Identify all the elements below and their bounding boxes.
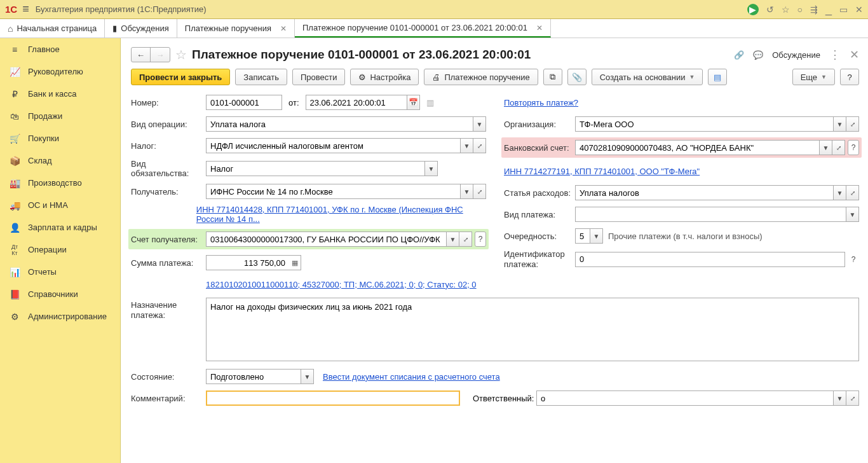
responsible-input[interactable]: о <box>536 390 834 406</box>
help-icon[interactable]: ? <box>475 232 486 247</box>
dropdown-icon[interactable]: ▼ <box>834 390 846 406</box>
dropdown-icon[interactable]: ▼ <box>590 228 603 244</box>
dropdown-icon[interactable]: ▼ <box>820 140 832 155</box>
doc-status-icon[interactable]: ▥ <box>426 98 434 107</box>
recipient-account-input[interactable]: 03100643000000017300, ГУ БАНКА РОССИИ ПО… <box>206 232 447 247</box>
sidebar-item-assets[interactable]: 🚚ОС и НМА <box>0 194 120 216</box>
sidebar-item-main[interactable]: ≡Главное <box>0 38 120 60</box>
struct-button[interactable]: ⧉ <box>543 69 562 85</box>
post-close-button[interactable]: Провести и закрыть <box>131 69 230 85</box>
dropdown-icon[interactable]: ▼ <box>834 116 846 132</box>
discuss-icon[interactable]: 💬 <box>753 50 763 60</box>
history-icon[interactable]: ↺ <box>766 4 774 15</box>
sidebar-item-sales[interactable]: 🛍Продажи <box>0 105 120 127</box>
help-button[interactable]: ? <box>840 69 859 85</box>
dropdown-icon[interactable]: ▼ <box>834 185 846 200</box>
attach-button[interactable]: 📎 <box>567 69 587 85</box>
dropdown-icon[interactable]: ▼ <box>473 116 486 132</box>
sidebar-item-catalogs[interactable]: 📕Справочники <box>0 283 120 305</box>
open-ref-icon[interactable]: ⤢ <box>846 185 859 200</box>
sidebar-item-operations[interactable]: ДтКтОперации <box>0 238 120 261</box>
open-ref-icon[interactable]: ⤢ <box>846 390 859 406</box>
dropdown-icon[interactable]: ▼ <box>447 232 459 247</box>
close-icon[interactable]: ✕ <box>536 24 543 32</box>
calculator-icon[interactable]: ▦ <box>292 259 298 267</box>
org-label: Организация: <box>504 120 575 129</box>
sidebar-item-warehouse[interactable]: 📦Склад <box>0 149 120 172</box>
comment-input[interactable] <box>206 390 460 406</box>
create-based-button[interactable]: Создать на основании▼ <box>592 69 703 85</box>
link-icon[interactable]: 🔗 <box>734 50 744 60</box>
back-button[interactable]: ← <box>132 48 151 62</box>
post-button[interactable]: Провести <box>292 69 346 85</box>
write-button[interactable]: Записать <box>235 69 287 85</box>
state-input[interactable]: Подготовлено <box>206 369 301 384</box>
dropdown-icon[interactable]: ▼ <box>425 161 438 176</box>
open-ref-icon[interactable]: ⤢ <box>846 116 859 132</box>
repeat-payment-link[interactable]: Повторять платеж? <box>504 98 578 107</box>
bank-account-input[interactable]: 40702810909000070483, АО "НОРДЕА БАНК" <box>575 140 820 155</box>
maximize-icon[interactable]: ▭ <box>839 4 848 15</box>
open-ref-icon[interactable]: ⤢ <box>459 232 472 247</box>
sidebar-item-manager[interactable]: 📈Руководителю <box>0 60 120 83</box>
date-input[interactable]: 23.06.2021 20:00:01 <box>306 95 407 110</box>
help-icon[interactable]: ? <box>848 252 859 267</box>
purpose-textarea[interactable] <box>206 298 859 361</box>
tab-payment-orders[interactable]: Платежные поручения ✕ <box>177 19 295 38</box>
tab-home[interactable]: ⌂ Начальная страница <box>0 19 105 38</box>
sidebar-item-production[interactable]: 🏭Производство <box>0 172 120 194</box>
services-icon[interactable]: ○ <box>797 4 803 15</box>
sidebar-item-reports[interactable]: 📊Отчеты <box>0 261 120 283</box>
favorite-icon[interactable]: ☆ <box>782 4 790 15</box>
kbk-link[interactable]: 18210102010011000110; 45327000; ТП; МС.0… <box>206 280 477 289</box>
oblig-input[interactable]: Налог <box>206 161 425 176</box>
dropdown-icon[interactable]: ▼ <box>461 138 473 153</box>
open-ref-icon[interactable]: ⤢ <box>832 140 845 155</box>
dropdown-icon[interactable]: ▼ <box>461 184 473 199</box>
sidebar-item-admin[interactable]: ⚙Администрирование <box>0 305 120 328</box>
truck-icon: 🚚 <box>9 200 20 211</box>
identifier-input[interactable]: 0 <box>575 252 845 267</box>
forward-button[interactable]: → <box>151 48 170 62</box>
filter-icon[interactable]: ⇶ <box>810 4 818 15</box>
list-button[interactable]: ▤ <box>708 69 727 85</box>
open-ref-icon[interactable]: ⤢ <box>473 138 486 153</box>
enter-writeoff-link[interactable]: Ввести документ списания с расчетного сч… <box>323 372 500 382</box>
expense-item-input[interactable]: Уплата налогов <box>575 185 834 200</box>
favorite-star-icon[interactable]: ☆ <box>175 47 187 62</box>
recipient-details-link[interactable]: ИНН 7714014428, КПП 771401001, УФК по г.… <box>196 205 486 224</box>
organization-input[interactable]: ТФ-Мега ООО <box>575 116 834 132</box>
dropdown-icon[interactable]: ▼ <box>301 369 314 384</box>
print-button[interactable]: 🖨Платежное поручение <box>424 69 538 85</box>
open-ref-icon[interactable]: ⤢ <box>473 184 486 199</box>
priority-input[interactable]: 5 <box>575 228 590 244</box>
close-form-icon[interactable]: ✕ <box>850 48 859 62</box>
more-button[interactable]: Еще▼ <box>792 69 835 85</box>
payment-type-input[interactable] <box>575 207 846 222</box>
dropdown-icon[interactable]: ▼ <box>846 207 859 222</box>
minimize-icon[interactable]: _ <box>825 3 832 16</box>
recipient-input[interactable]: ИФНС России № 14 по г.Москве <box>206 184 461 199</box>
logo-1c: 1C <box>5 4 17 15</box>
tax-input[interactable]: НДФЛ исчисленный налоговым агентом <box>206 138 461 153</box>
sidebar-item-purchases[interactable]: 🛒Покупки <box>0 127 120 149</box>
sum-input[interactable]: 113 750,00 ▦ <box>206 255 301 270</box>
close-window-icon[interactable]: ✕ <box>855 4 863 15</box>
sidebar-item-label: Операции <box>28 245 67 254</box>
tab-discussions[interactable]: ▮ Обсуждения <box>105 19 177 38</box>
number-input[interactable]: 0101-000001 <box>206 95 282 110</box>
close-icon[interactable]: ✕ <box>280 24 287 33</box>
calendar-icon[interactable]: 📅 <box>407 95 420 110</box>
notifications-icon[interactable]: ▶ <box>747 4 759 15</box>
discussion-link[interactable]: Обсуждение <box>772 50 820 60</box>
help-icon[interactable]: ? <box>848 140 859 155</box>
book-icon: 📕 <box>9 289 20 300</box>
settings-button[interactable]: ⚙Настройка <box>350 69 419 85</box>
more-menu-icon[interactable]: ⋮ <box>829 48 841 62</box>
tab-current-document[interactable]: Платежное поручение 0101-000001 от 23.06… <box>295 19 551 38</box>
org-details-link[interactable]: ИНН 7714277191, КПП 771401001, ООО "ТФ-М… <box>504 167 700 176</box>
sidebar-item-bank[interactable]: ₽Банк и касса <box>0 83 120 105</box>
main-menu-icon[interactable]: ≡ <box>22 3 29 16</box>
op-type-input[interactable]: Уплата налога <box>206 116 473 132</box>
sidebar-item-salary[interactable]: 👤Зарплата и кадры <box>0 216 120 238</box>
